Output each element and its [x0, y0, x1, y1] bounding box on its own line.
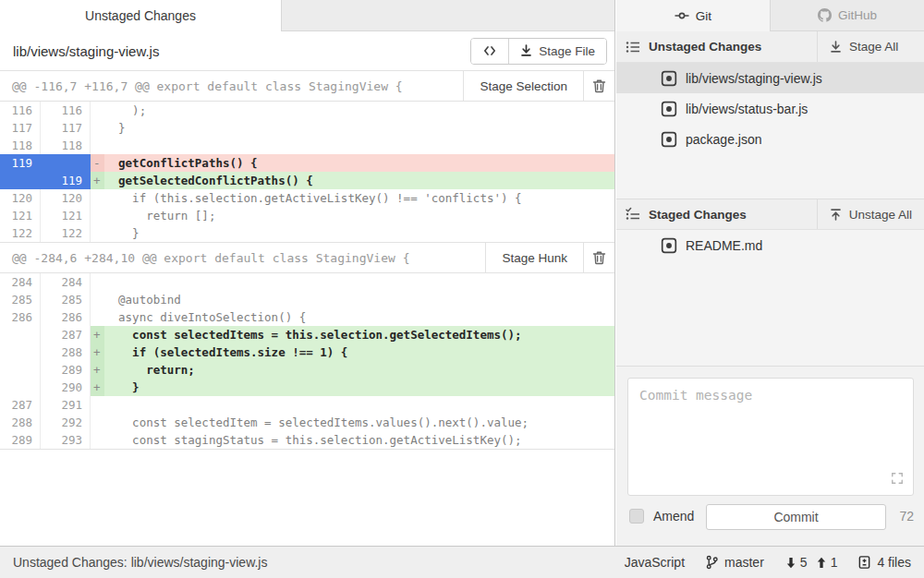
diff-sign [91, 189, 104, 207]
branch-indicator[interactable]: master [705, 555, 764, 570]
unstaged-section-title: Unstaged Changes [649, 40, 761, 54]
diff-row[interactable]: 117 117 } [0, 119, 614, 137]
diff-row[interactable]: 289 + return; [0, 361, 614, 379]
tab-title: Unstaged Changes [85, 8, 196, 23]
diff-row[interactable]: 289 293 const stagingStatus = this.selec… [0, 431, 614, 449]
new-line-number: 118 [41, 137, 91, 154]
language-indicator[interactable]: JavaScript [625, 555, 685, 570]
amend-checkbox[interactable] [629, 509, 644, 524]
diff-row[interactable]: 120 120 if (this.selection.getActiveList… [0, 189, 614, 207]
file-list-item[interactable]: lib/views/status-bar.js [616, 93, 924, 124]
file-list-item[interactable]: README.md [616, 230, 924, 260]
status-bar-right: JavaScript master 5 1 4 [625, 555, 911, 570]
diff-row[interactable]: 286 286 async diveIntoSelection() { [0, 308, 614, 326]
new-line-number: 121 [41, 207, 91, 224]
code-line [104, 273, 614, 291]
diff-row[interactable]: 284 284 [0, 273, 614, 291]
unstage-all-label: Unstage All [849, 208, 912, 222]
new-line-number [41, 154, 91, 172]
trash-icon [592, 250, 606, 265]
diff-sign [91, 207, 104, 224]
pane-tab-bar: Unstaged Changes [0, 0, 614, 31]
file-diff-icon [857, 555, 871, 570]
commit-message-input[interactable] [627, 378, 914, 496]
file-name: package.json [686, 132, 762, 147]
commits-ahead-count: 1 [831, 555, 838, 570]
staged-section-title: Staged Changes [649, 208, 747, 222]
file-list-item[interactable]: package.json [616, 124, 924, 154]
new-line-number: 285 [41, 291, 91, 308]
code-line: async diveIntoSelection() { [104, 308, 614, 326]
changed-files-count: 4 files [877, 555, 911, 570]
new-line-number: 116 [41, 102, 91, 119]
changed-files-indicator[interactable]: 4 files [857, 555, 911, 570]
discard-hunk-button[interactable] [583, 71, 614, 101]
diff-sign: + [91, 379, 104, 396]
diff-sign: + [91, 361, 104, 379]
old-line-number [0, 343, 41, 361]
diff-row[interactable]: 119 + getSelectedConflictPaths() { [0, 172, 614, 189]
stage-all-button[interactable]: Stage All [817, 31, 924, 62]
old-line-number: 122 [0, 224, 41, 242]
discard-hunk-button[interactable] [583, 243, 614, 272]
new-line-number: 286 [41, 308, 91, 326]
file-path: lib/views/staging-view.js [13, 43, 159, 59]
open-file-button[interactable] [471, 39, 508, 64]
stage-file-button[interactable]: Stage File [508, 39, 606, 64]
diff-row[interactable]: 290 + } [0, 379, 614, 396]
diff-row[interactable]: 118 118 [0, 137, 614, 154]
tab-github[interactable]: GitHub [770, 0, 924, 31]
unstaged-header-left: Unstaged Changes [616, 31, 761, 62]
code-line: const stagingStatus = this.selection.get… [104, 431, 614, 449]
diff-row[interactable]: 122 122 } [0, 224, 614, 242]
diff-hunk: @@ -116,7 +116,7 @@ export default class… [0, 70, 614, 242]
tab-unstaged-changes[interactable]: Unstaged Changes [0, 0, 282, 31]
new-line-number: 287 [41, 326, 91, 343]
old-line-number [0, 379, 41, 396]
diff-sign [91, 102, 104, 119]
commit-button[interactable]: Commit [706, 504, 886, 530]
file-list-item[interactable]: lib/views/staging-view.js [616, 63, 924, 93]
new-line-number: 288 [41, 343, 91, 361]
new-line-number: 117 [41, 119, 91, 137]
status-context-label: Unstaged Changes: lib/views/staging-view… [13, 555, 267, 570]
diff-row[interactable]: 287 + const selectedItems = this.selecti… [0, 326, 614, 343]
code-line: if (selectedItems.size !== 1) { [104, 343, 614, 361]
modified-file-icon [661, 101, 677, 117]
diff-row[interactable]: 121 121 return []; [0, 207, 614, 224]
staged-section-header: Staged Changes Unstage All [616, 199, 924, 230]
diff-row[interactable]: 288 + if (selectedItems.size !== 1) { [0, 343, 614, 361]
hunk-rows: 284 284 285 285 @autobind 286 286 async … [0, 273, 614, 449]
old-line-number: 121 [0, 207, 41, 224]
old-line-number: 116 [0, 102, 41, 119]
diff-pane: Unstaged Changes lib/views/staging-view.… [0, 0, 615, 546]
stage-all-label: Stage All [849, 40, 898, 54]
file-name: lib/views/staging-view.js [686, 71, 822, 86]
new-line-number: 290 [41, 379, 91, 396]
diff-sign: - [91, 154, 104, 172]
hunk-range-label: @@ -284,6 +284,10 @@ export default clas… [0, 243, 485, 272]
diff-row[interactable]: 287 291 [0, 396, 614, 414]
modified-file-icon [661, 237, 677, 254]
sync-indicator[interactable]: 5 1 [784, 555, 838, 570]
old-line-number: 286 [0, 308, 41, 326]
diff-row[interactable]: 119 - getConflictPaths() { [0, 154, 614, 172]
stage-hunk-button[interactable]: Stage Selection [463, 71, 583, 101]
tab-git[interactable]: Git [616, 0, 770, 31]
diff-row[interactable]: 116 116 ); [0, 102, 614, 119]
modified-file-icon [661, 70, 677, 87]
diff-row[interactable]: 285 285 @autobind [0, 291, 614, 308]
code-line: getConflictPaths() { [104, 154, 614, 172]
stage-hunk-button[interactable]: Stage Hunk [485, 243, 583, 272]
git-commit-icon [675, 8, 689, 23]
unstage-all-button[interactable]: Unstage All [817, 199, 924, 229]
code-line: ); [104, 102, 614, 119]
list-empty-space [616, 154, 924, 199]
code-line: return []; [104, 207, 614, 224]
file-name: lib/views/status-bar.js [686, 102, 808, 116]
expand-editor-icon[interactable] [891, 472, 904, 485]
hunk-range-label: @@ -116,7 +116,7 @@ export default class… [0, 71, 463, 101]
file-header: lib/views/staging-view.js Stage File [0, 31, 614, 70]
commit-controls: Amend Commit 72 [616, 502, 924, 530]
diff-row[interactable]: 288 292 const selectedItem = selectedIte… [0, 414, 614, 431]
